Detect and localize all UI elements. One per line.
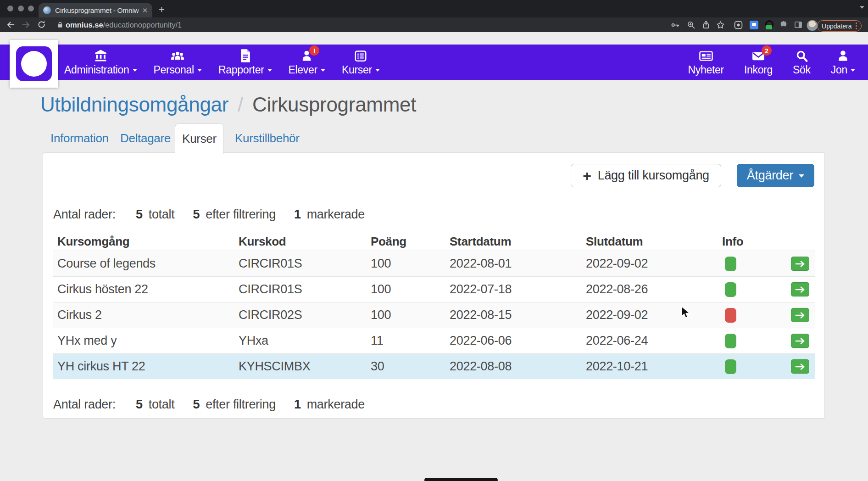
extensions-puzzle-icon[interactable] — [779, 20, 788, 29]
cell-kurskod: YHxa — [234, 328, 367, 354]
cell-startdatum: 2022-08-15 — [445, 302, 582, 328]
table-row[interactable]: Cirkus hösten 22 CIRCIR01S 100 2022-07-1… — [53, 277, 815, 302]
forward-icon[interactable] — [21, 20, 31, 30]
marked-word: markerade — [307, 397, 365, 412]
back-icon[interactable] — [6, 20, 16, 30]
tab-close-icon[interactable]: ✕ — [142, 7, 148, 14]
nav-item-label: Inkorg — [744, 64, 773, 76]
share-icon[interactable] — [701, 20, 711, 29]
update-browser-button[interactable]: Uppdatera — [817, 20, 862, 32]
zoom-icon[interactable] — [686, 20, 696, 29]
chevron-down-icon — [321, 69, 325, 74]
browser-tab[interactable]: Cirkusprogrammet - Omniway ✕ — [39, 3, 152, 17]
tab-bar: Information Deltagare Kurser Kurstillbeh… — [0, 123, 868, 153]
cell-actions — [787, 302, 815, 328]
chevron-down-icon — [197, 69, 202, 74]
browser-tab-title: Cirkusprogrammet - Omniway — [55, 6, 139, 15]
user-icon — [836, 49, 850, 63]
row-summary-bottom: Antal rader: 5 totalt 5 efter filtrering… — [53, 397, 814, 410]
status-badge — [725, 359, 736, 374]
cell-actions — [787, 328, 815, 354]
open-row-arrow-button[interactable] — [791, 257, 809, 271]
table-row[interactable]: YH cirkus HT 22 KYHSCIMBX 30 2022-08-08 … — [53, 354, 815, 380]
marked-word: markerade — [307, 207, 365, 222]
nav-item-rapporter[interactable]: Rapporter — [218, 45, 272, 80]
tab-deltagare[interactable]: Deltagare — [120, 123, 171, 153]
nav-item-nyheter[interactable]: Nyheter — [688, 45, 724, 80]
nav-item-personal[interactable]: Personal — [154, 45, 202, 80]
lock-icon[interactable] — [56, 21, 64, 29]
envelope-icon: 2 — [751, 49, 766, 63]
chevron-down-icon — [375, 69, 380, 74]
chevron-down-icon — [133, 69, 137, 74]
logo-circle — [21, 51, 47, 77]
window-close-button[interactable] — [7, 6, 13, 11]
nav-item-user-jon[interactable]: Jon — [831, 45, 855, 80]
add-course-round-button[interactable]: + Lägg till kursomgång — [571, 164, 721, 187]
open-row-arrow-button[interactable] — [791, 334, 809, 348]
filtered-count: 5 — [193, 397, 200, 412]
open-row-arrow-button[interactable] — [791, 359, 809, 374]
browser-url-bar: omnius.se/educationopportunity/1 Uppdate… — [0, 17, 868, 32]
total-word: totalt — [149, 207, 175, 222]
nav-item-sok[interactable]: Sök — [793, 45, 811, 80]
column-header-poang[interactable]: Poäng — [367, 230, 445, 251]
total-count: 5 — [136, 207, 143, 222]
cell-poang: 100 — [367, 277, 445, 302]
list-icon — [354, 49, 367, 63]
url-path: /educationopportunity/1 — [103, 21, 182, 29]
browser-tab-strip: Cirkusprogrammet - Omniway ✕ + — [0, 0, 868, 17]
nav-item-kurser[interactable]: Kurser — [342, 45, 380, 80]
column-header-slutdatum[interactable]: Slutdatum — [582, 230, 718, 251]
cell-actions — [787, 354, 815, 380]
column-header-info[interactable]: Info — [718, 230, 787, 251]
table-row[interactable]: Cirkus 2 CIRCIR02S 100 2022-08-15 2022-0… — [53, 302, 815, 328]
cell-startdatum: 2022-08-01 — [445, 251, 582, 277]
open-row-arrow-button[interactable] — [791, 282, 809, 296]
column-header-kursomgang[interactable]: Kursomgång — [53, 230, 234, 251]
column-header-startdatum[interactable]: Startdatum — [445, 230, 582, 251]
site-favicon — [43, 6, 51, 14]
address-url[interactable]: omnius.se/educationopportunity/1 — [66, 21, 182, 29]
cell-kursomgang: Course of legends — [53, 251, 234, 277]
tab-information[interactable]: Information — [50, 123, 109, 153]
column-header-kurskod[interactable]: Kurskod — [234, 230, 367, 251]
nav-item-label: Kurser — [342, 64, 372, 76]
table-row[interactable]: Course of legends CIRCIR01S 100 2022-08-… — [53, 251, 815, 277]
chrome-menu-kebab-icon[interactable] — [856, 22, 857, 30]
cell-startdatum: 2022-06-06 — [445, 328, 582, 354]
breadcrumb-parent-link[interactable]: Utbildningsomgångar — [40, 93, 228, 116]
cell-info — [718, 302, 787, 328]
extension-password-manager-icon[interactable] — [765, 20, 773, 28]
cell-poang: 100 — [367, 251, 445, 277]
new-tab-button[interactable]: + — [159, 5, 165, 15]
reload-icon[interactable] — [37, 20, 46, 29]
add-course-round-label: Lägg till kursomgång — [598, 168, 709, 183]
nav-item-label: Nyheter — [688, 64, 724, 76]
extension-video-icon[interactable] — [734, 20, 743, 30]
row-summary-top: Antal rader: 5 totalt 5 efter filtrering… — [53, 207, 814, 220]
app-logo[interactable] — [10, 40, 58, 88]
table-row[interactable]: YHx med y YHxa 11 2022-06-06 2022-06-24 — [53, 328, 815, 354]
mouse-cursor — [680, 306, 691, 319]
logo-square — [16, 46, 52, 81]
window-minimize-button[interactable] — [18, 6, 24, 11]
tab-search-chevron-icon[interactable] — [860, 6, 864, 11]
extension-messages-icon[interactable] — [750, 21, 758, 29]
nav-item-elever[interactable]: ! Elever — [289, 45, 325, 80]
profile-avatar[interactable] — [807, 20, 818, 31]
bookmark-star-icon[interactable] — [716, 20, 725, 30]
filtered-word: efter filtrering — [206, 397, 276, 412]
nav-item-administration[interactable]: Administration — [64, 45, 137, 80]
tab-kurser[interactable]: Kurser — [175, 123, 224, 154]
nav-item-label: Elever — [289, 64, 317, 76]
sidebar-toggle-icon[interactable] — [794, 20, 803, 29]
open-row-arrow-button[interactable] — [791, 308, 809, 322]
tab-kurstillbehor[interactable]: Kurstillbehör — [235, 123, 300, 153]
actions-dropdown-button[interactable]: Åtgärder — [737, 164, 814, 187]
nav-item-label: Personal — [154, 64, 194, 76]
window-zoom-button[interactable] — [28, 6, 34, 11]
document-icon — [239, 49, 251, 63]
password-key-icon[interactable] — [670, 20, 680, 30]
nav-item-inkorg[interactable]: 2 Inkorg — [744, 45, 773, 80]
